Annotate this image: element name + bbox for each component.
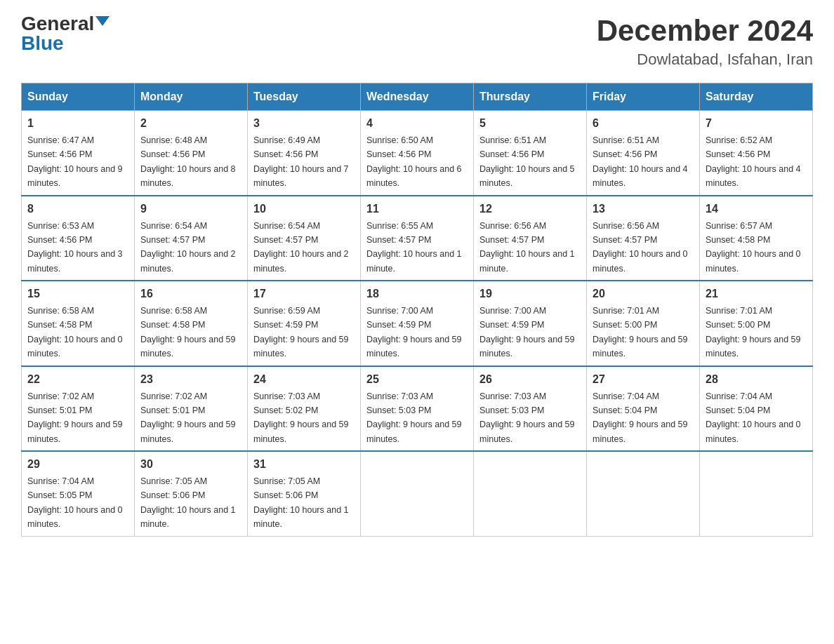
day-info: Sunrise: 6:48 AMSunset: 4:56 PMDaylight:… bbox=[140, 135, 236, 188]
day-number: 1 bbox=[27, 115, 128, 132]
day-info: Sunrise: 6:54 AMSunset: 4:57 PMDaylight:… bbox=[140, 221, 236, 274]
day-number: 20 bbox=[593, 286, 694, 302]
day-cell: 18Sunrise: 7:00 AMSunset: 4:59 PMDayligh… bbox=[361, 281, 474, 366]
day-number: 24 bbox=[253, 371, 355, 388]
title-section: December 2024 Dowlatabad, Isfahan, Iran bbox=[597, 14, 813, 69]
day-cell: 22Sunrise: 7:02 AMSunset: 5:01 PMDayligh… bbox=[22, 366, 135, 452]
day-cell: 11Sunrise: 6:55 AMSunset: 4:57 PMDayligh… bbox=[361, 196, 474, 281]
day-number: 17 bbox=[253, 286, 355, 302]
day-cell: 23Sunrise: 7:02 AMSunset: 5:01 PMDayligh… bbox=[135, 366, 248, 452]
day-number: 6 bbox=[593, 115, 694, 132]
day-number: 19 bbox=[479, 286, 581, 302]
day-cell: 27Sunrise: 7:04 AMSunset: 5:04 PMDayligh… bbox=[587, 366, 700, 452]
day-cell: 9Sunrise: 6:54 AMSunset: 4:57 PMDaylight… bbox=[135, 196, 248, 281]
day-cell: 31Sunrise: 7:05 AMSunset: 5:06 PMDayligh… bbox=[248, 451, 361, 536]
day-cell bbox=[700, 451, 813, 536]
day-number: 7 bbox=[706, 115, 807, 132]
day-info: Sunrise: 6:49 AMSunset: 4:56 PMDaylight:… bbox=[253, 135, 349, 188]
day-number: 4 bbox=[366, 115, 468, 132]
header-monday: Monday bbox=[135, 83, 248, 111]
day-info: Sunrise: 6:58 AMSunset: 4:58 PMDaylight:… bbox=[27, 306, 123, 358]
day-cell: 3Sunrise: 6:49 AMSunset: 4:56 PMDaylight… bbox=[248, 111, 361, 196]
header-friday: Friday bbox=[587, 83, 700, 111]
day-cell: 24Sunrise: 7:03 AMSunset: 5:02 PMDayligh… bbox=[248, 366, 361, 452]
day-number: 14 bbox=[706, 201, 807, 217]
day-info: Sunrise: 6:52 AMSunset: 4:56 PMDaylight:… bbox=[706, 135, 801, 188]
day-number: 5 bbox=[479, 115, 581, 132]
day-cell: 4Sunrise: 6:50 AMSunset: 4:56 PMDaylight… bbox=[361, 111, 474, 196]
day-number: 22 bbox=[27, 371, 128, 388]
day-info: Sunrise: 6:57 AMSunset: 4:58 PMDaylight:… bbox=[706, 221, 801, 274]
day-info: Sunrise: 7:02 AMSunset: 5:01 PMDaylight:… bbox=[140, 391, 236, 444]
day-info: Sunrise: 7:03 AMSunset: 5:02 PMDaylight:… bbox=[253, 391, 349, 444]
day-cell: 28Sunrise: 7:04 AMSunset: 5:04 PMDayligh… bbox=[700, 366, 813, 452]
logo: General Blue bbox=[21, 14, 110, 53]
week-row-5: 29Sunrise: 7:04 AMSunset: 5:05 PMDayligh… bbox=[22, 451, 813, 536]
day-number: 2 bbox=[140, 115, 241, 132]
header-thursday: Thursday bbox=[474, 83, 587, 111]
day-cell: 19Sunrise: 7:00 AMSunset: 4:59 PMDayligh… bbox=[474, 281, 587, 366]
day-info: Sunrise: 6:50 AMSunset: 4:56 PMDaylight:… bbox=[366, 135, 462, 188]
logo-triangle-icon bbox=[95, 16, 110, 26]
day-info: Sunrise: 6:58 AMSunset: 4:58 PMDaylight:… bbox=[140, 306, 236, 358]
day-cell bbox=[474, 451, 587, 536]
day-cell: 30Sunrise: 7:05 AMSunset: 5:06 PMDayligh… bbox=[135, 451, 248, 536]
day-cell: 10Sunrise: 6:54 AMSunset: 4:57 PMDayligh… bbox=[248, 196, 361, 281]
day-info: Sunrise: 6:51 AMSunset: 4:56 PMDaylight:… bbox=[479, 135, 575, 188]
day-info: Sunrise: 7:03 AMSunset: 5:03 PMDaylight:… bbox=[479, 391, 575, 444]
day-number: 11 bbox=[366, 201, 468, 217]
day-info: Sunrise: 7:01 AMSunset: 5:00 PMDaylight:… bbox=[706, 306, 801, 358]
day-cell: 16Sunrise: 6:58 AMSunset: 4:58 PMDayligh… bbox=[135, 281, 248, 366]
day-info: Sunrise: 6:51 AMSunset: 4:56 PMDaylight:… bbox=[593, 135, 688, 188]
day-number: 26 bbox=[479, 371, 581, 388]
day-cell bbox=[361, 451, 474, 536]
day-number: 18 bbox=[366, 286, 468, 302]
week-row-3: 15Sunrise: 6:58 AMSunset: 4:58 PMDayligh… bbox=[22, 281, 813, 366]
week-row-4: 22Sunrise: 7:02 AMSunset: 5:01 PMDayligh… bbox=[22, 366, 813, 452]
day-number: 21 bbox=[706, 286, 807, 302]
day-cell: 14Sunrise: 6:57 AMSunset: 4:58 PMDayligh… bbox=[700, 196, 813, 281]
week-row-2: 8Sunrise: 6:53 AMSunset: 4:56 PMDaylight… bbox=[22, 196, 813, 281]
day-number: 15 bbox=[27, 286, 128, 302]
day-number: 16 bbox=[140, 286, 241, 302]
day-cell: 6Sunrise: 6:51 AMSunset: 4:56 PMDaylight… bbox=[587, 111, 700, 196]
day-cell: 1Sunrise: 6:47 AMSunset: 4:56 PMDaylight… bbox=[22, 111, 135, 196]
day-info: Sunrise: 7:00 AMSunset: 4:59 PMDaylight:… bbox=[366, 306, 462, 358]
day-info: Sunrise: 7:03 AMSunset: 5:03 PMDaylight:… bbox=[366, 391, 462, 444]
day-cell: 12Sunrise: 6:56 AMSunset: 4:57 PMDayligh… bbox=[474, 196, 587, 281]
day-info: Sunrise: 6:55 AMSunset: 4:57 PMDaylight:… bbox=[366, 221, 462, 274]
day-info: Sunrise: 7:00 AMSunset: 4:59 PMDaylight:… bbox=[479, 306, 575, 358]
day-info: Sunrise: 6:59 AMSunset: 4:59 PMDaylight:… bbox=[253, 306, 349, 358]
day-cell: 2Sunrise: 6:48 AMSunset: 4:56 PMDaylight… bbox=[135, 111, 248, 196]
day-cell: 7Sunrise: 6:52 AMSunset: 4:56 PMDaylight… bbox=[700, 111, 813, 196]
calendar-header-row: SundayMondayTuesdayWednesdayThursdayFrid… bbox=[22, 83, 813, 111]
day-info: Sunrise: 7:04 AMSunset: 5:05 PMDaylight:… bbox=[27, 476, 123, 529]
day-number: 13 bbox=[593, 201, 694, 217]
day-cell: 29Sunrise: 7:04 AMSunset: 5:05 PMDayligh… bbox=[22, 451, 135, 536]
day-info: Sunrise: 7:04 AMSunset: 5:04 PMDaylight:… bbox=[706, 391, 801, 444]
month-year-title: December 2024 bbox=[597, 14, 813, 48]
day-number: 31 bbox=[253, 456, 355, 473]
day-cell bbox=[587, 451, 700, 536]
day-info: Sunrise: 6:53 AMSunset: 4:56 PMDaylight:… bbox=[27, 221, 123, 274]
day-cell: 21Sunrise: 7:01 AMSunset: 5:00 PMDayligh… bbox=[700, 281, 813, 366]
day-info: Sunrise: 6:54 AMSunset: 4:57 PMDaylight:… bbox=[253, 221, 349, 274]
day-cell: 17Sunrise: 6:59 AMSunset: 4:59 PMDayligh… bbox=[248, 281, 361, 366]
day-cell: 20Sunrise: 7:01 AMSunset: 5:00 PMDayligh… bbox=[587, 281, 700, 366]
day-number: 10 bbox=[253, 201, 355, 217]
day-info: Sunrise: 7:05 AMSunset: 5:06 PMDaylight:… bbox=[253, 476, 349, 529]
day-cell: 8Sunrise: 6:53 AMSunset: 4:56 PMDaylight… bbox=[22, 196, 135, 281]
day-info: Sunrise: 6:47 AMSunset: 4:56 PMDaylight:… bbox=[27, 135, 123, 188]
day-number: 9 bbox=[140, 201, 241, 217]
day-info: Sunrise: 6:56 AMSunset: 4:57 PMDaylight:… bbox=[593, 221, 688, 274]
day-cell: 5Sunrise: 6:51 AMSunset: 4:56 PMDaylight… bbox=[474, 111, 587, 196]
day-cell: 13Sunrise: 6:56 AMSunset: 4:57 PMDayligh… bbox=[587, 196, 700, 281]
header-sunday: Sunday bbox=[22, 83, 135, 111]
day-info: Sunrise: 7:04 AMSunset: 5:04 PMDaylight:… bbox=[593, 391, 688, 444]
day-number: 27 bbox=[593, 371, 694, 388]
week-row-1: 1Sunrise: 6:47 AMSunset: 4:56 PMDaylight… bbox=[22, 111, 813, 196]
location-subtitle: Dowlatabad, Isfahan, Iran bbox=[597, 51, 813, 69]
day-number: 29 bbox=[27, 456, 128, 473]
day-info: Sunrise: 7:05 AMSunset: 5:06 PMDaylight:… bbox=[140, 476, 236, 529]
day-info: Sunrise: 6:56 AMSunset: 4:57 PMDaylight:… bbox=[479, 221, 575, 274]
